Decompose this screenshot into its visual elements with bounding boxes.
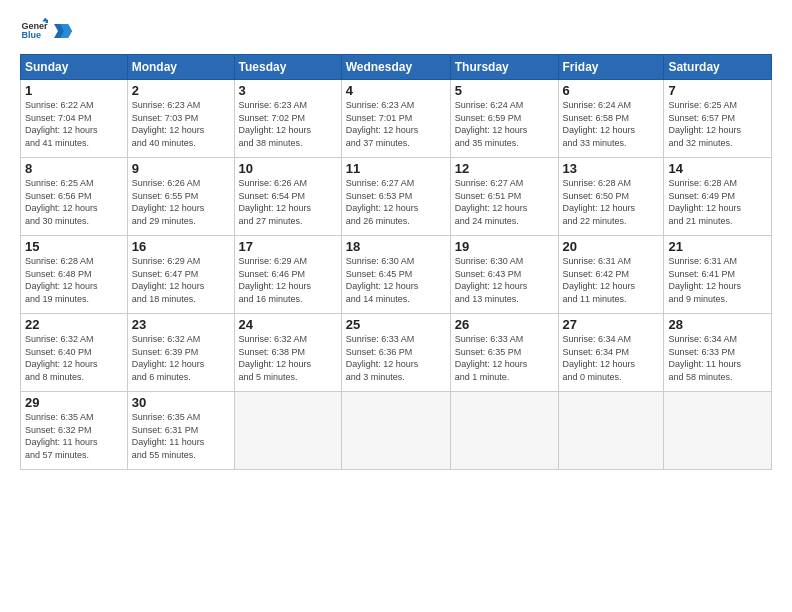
day-number: 28 [668,317,767,332]
day-number: 23 [132,317,230,332]
table-row: 4Sunrise: 6:23 AM Sunset: 7:01 PM Daylig… [341,80,450,158]
calendar-week-2: 8Sunrise: 6:25 AM Sunset: 6:56 PM Daylig… [21,158,772,236]
day-info: Sunrise: 6:30 AM Sunset: 6:43 PM Dayligh… [455,255,554,305]
table-row: 20Sunrise: 6:31 AM Sunset: 6:42 PM Dayli… [558,236,664,314]
table-row: 3Sunrise: 6:23 AM Sunset: 7:02 PM Daylig… [234,80,341,158]
day-info: Sunrise: 6:31 AM Sunset: 6:42 PM Dayligh… [563,255,660,305]
day-number: 5 [455,83,554,98]
day-info: Sunrise: 6:33 AM Sunset: 6:36 PM Dayligh… [346,333,446,383]
table-row: 26Sunrise: 6:33 AM Sunset: 6:35 PM Dayli… [450,314,558,392]
day-number: 3 [239,83,337,98]
table-row: 15Sunrise: 6:28 AM Sunset: 6:48 PM Dayli… [21,236,128,314]
table-row: 7Sunrise: 6:25 AM Sunset: 6:57 PM Daylig… [664,80,772,158]
table-row: 23Sunrise: 6:32 AM Sunset: 6:39 PM Dayli… [127,314,234,392]
table-row: 19Sunrise: 6:30 AM Sunset: 6:43 PM Dayli… [450,236,558,314]
table-row: 30Sunrise: 6:35 AM Sunset: 6:31 PM Dayli… [127,392,234,470]
day-info: Sunrise: 6:35 AM Sunset: 6:31 PM Dayligh… [132,411,230,461]
day-info: Sunrise: 6:26 AM Sunset: 6:54 PM Dayligh… [239,177,337,227]
day-info: Sunrise: 6:29 AM Sunset: 6:47 PM Dayligh… [132,255,230,305]
day-info: Sunrise: 6:28 AM Sunset: 6:49 PM Dayligh… [668,177,767,227]
col-tuesday: Tuesday [234,55,341,80]
table-row: 14Sunrise: 6:28 AM Sunset: 6:49 PM Dayli… [664,158,772,236]
table-row: 12Sunrise: 6:27 AM Sunset: 6:51 PM Dayli… [450,158,558,236]
svg-text:Blue: Blue [21,30,41,40]
day-info: Sunrise: 6:32 AM Sunset: 6:39 PM Dayligh… [132,333,230,383]
col-monday: Monday [127,55,234,80]
table-row: 8Sunrise: 6:25 AM Sunset: 6:56 PM Daylig… [21,158,128,236]
col-sunday: Sunday [21,55,128,80]
table-row: 24Sunrise: 6:32 AM Sunset: 6:38 PM Dayli… [234,314,341,392]
calendar-header-row: Sunday Monday Tuesday Wednesday Thursday… [21,55,772,80]
table-row: 11Sunrise: 6:27 AM Sunset: 6:53 PM Dayli… [341,158,450,236]
table-row: 13Sunrise: 6:28 AM Sunset: 6:50 PM Dayli… [558,158,664,236]
day-info: Sunrise: 6:35 AM Sunset: 6:32 PM Dayligh… [25,411,123,461]
day-number: 2 [132,83,230,98]
day-info: Sunrise: 6:27 AM Sunset: 6:53 PM Dayligh… [346,177,446,227]
day-number: 21 [668,239,767,254]
table-row [234,392,341,470]
day-info: Sunrise: 6:23 AM Sunset: 7:01 PM Dayligh… [346,99,446,149]
day-number: 8 [25,161,123,176]
calendar: Sunday Monday Tuesday Wednesday Thursday… [20,54,772,470]
day-info: Sunrise: 6:22 AM Sunset: 7:04 PM Dayligh… [25,99,123,149]
day-info: Sunrise: 6:24 AM Sunset: 6:59 PM Dayligh… [455,99,554,149]
day-info: Sunrise: 6:28 AM Sunset: 6:50 PM Dayligh… [563,177,660,227]
day-number: 14 [668,161,767,176]
day-number: 16 [132,239,230,254]
day-info: Sunrise: 6:30 AM Sunset: 6:45 PM Dayligh… [346,255,446,305]
day-info: Sunrise: 6:29 AM Sunset: 6:46 PM Dayligh… [239,255,337,305]
day-info: Sunrise: 6:33 AM Sunset: 6:35 PM Dayligh… [455,333,554,383]
table-row: 2Sunrise: 6:23 AM Sunset: 7:03 PM Daylig… [127,80,234,158]
table-row: 25Sunrise: 6:33 AM Sunset: 6:36 PM Dayli… [341,314,450,392]
day-info: Sunrise: 6:26 AM Sunset: 6:55 PM Dayligh… [132,177,230,227]
day-info: Sunrise: 6:27 AM Sunset: 6:51 PM Dayligh… [455,177,554,227]
logo-arrow-icon [54,24,72,38]
table-row: 5Sunrise: 6:24 AM Sunset: 6:59 PM Daylig… [450,80,558,158]
day-number: 20 [563,239,660,254]
day-info: Sunrise: 6:32 AM Sunset: 6:38 PM Dayligh… [239,333,337,383]
day-info: Sunrise: 6:31 AM Sunset: 6:41 PM Dayligh… [668,255,767,305]
table-row: 27Sunrise: 6:34 AM Sunset: 6:34 PM Dayli… [558,314,664,392]
day-info: Sunrise: 6:34 AM Sunset: 6:34 PM Dayligh… [563,333,660,383]
day-number: 29 [25,395,123,410]
svg-text:General: General [21,21,48,31]
table-row: 22Sunrise: 6:32 AM Sunset: 6:40 PM Dayli… [21,314,128,392]
day-number: 1 [25,83,123,98]
day-number: 4 [346,83,446,98]
day-info: Sunrise: 6:32 AM Sunset: 6:40 PM Dayligh… [25,333,123,383]
day-number: 6 [563,83,660,98]
day-number: 17 [239,239,337,254]
table-row [341,392,450,470]
logo-icon: General Blue [20,16,48,44]
day-info: Sunrise: 6:23 AM Sunset: 7:03 PM Dayligh… [132,99,230,149]
day-info: Sunrise: 6:23 AM Sunset: 7:02 PM Dayligh… [239,99,337,149]
table-row: 1Sunrise: 6:22 AM Sunset: 7:04 PM Daylig… [21,80,128,158]
day-info: Sunrise: 6:34 AM Sunset: 6:33 PM Dayligh… [668,333,767,383]
col-saturday: Saturday [664,55,772,80]
day-number: 13 [563,161,660,176]
calendar-week-5: 29Sunrise: 6:35 AM Sunset: 6:32 PM Dayli… [21,392,772,470]
day-number: 10 [239,161,337,176]
day-info: Sunrise: 6:24 AM Sunset: 6:58 PM Dayligh… [563,99,660,149]
table-row: 6Sunrise: 6:24 AM Sunset: 6:58 PM Daylig… [558,80,664,158]
day-info: Sunrise: 6:25 AM Sunset: 6:56 PM Dayligh… [25,177,123,227]
table-row: 17Sunrise: 6:29 AM Sunset: 6:46 PM Dayli… [234,236,341,314]
day-number: 25 [346,317,446,332]
table-row: 18Sunrise: 6:30 AM Sunset: 6:45 PM Dayli… [341,236,450,314]
table-row: 16Sunrise: 6:29 AM Sunset: 6:47 PM Dayli… [127,236,234,314]
day-number: 30 [132,395,230,410]
col-friday: Friday [558,55,664,80]
table-row [450,392,558,470]
day-number: 27 [563,317,660,332]
day-number: 11 [346,161,446,176]
table-row [664,392,772,470]
day-number: 18 [346,239,446,254]
table-row [558,392,664,470]
day-number: 22 [25,317,123,332]
table-row: 10Sunrise: 6:26 AM Sunset: 6:54 PM Dayli… [234,158,341,236]
day-number: 19 [455,239,554,254]
day-number: 24 [239,317,337,332]
calendar-week-4: 22Sunrise: 6:32 AM Sunset: 6:40 PM Dayli… [21,314,772,392]
table-row: 29Sunrise: 6:35 AM Sunset: 6:32 PM Dayli… [21,392,128,470]
col-thursday: Thursday [450,55,558,80]
